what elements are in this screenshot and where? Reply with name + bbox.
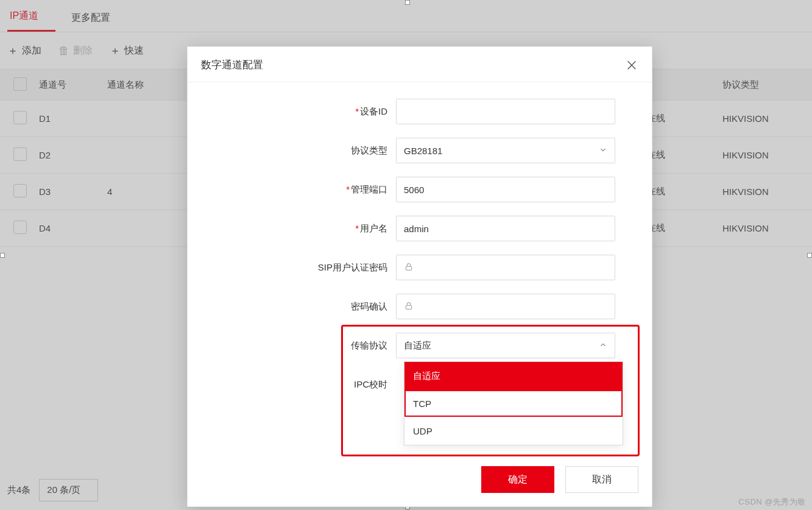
digital-channel-config-modal: 数字通道配置 *设备ID 协议类型 GB28181 *管理端口 5060 [187,46,652,507]
watermark: CSDN @先秀为敬 [738,497,806,508]
label-sip-password: SIP用户认证密码 [318,262,387,272]
sip-password-input[interactable] [396,255,615,280]
transport-option-udp[interactable]: UDP [404,417,623,445]
svg-rect-1 [406,305,411,309]
transport-select[interactable]: 自适应 [396,333,615,358]
username-input[interactable]: admin [396,216,615,241]
transport-option-tcp[interactable]: TCP [404,390,623,417]
svg-rect-0 [406,266,411,270]
label-username: 用户名 [360,223,387,233]
label-transport: 传输协议 [351,340,387,350]
modal-body: *设备ID 协议类型 GB28181 *管理端口 5060 *用户名 adm [188,82,652,455]
label-ipc-time: IPC校时 [354,379,387,389]
protocol-select[interactable]: GB28181 [396,138,615,163]
lock-icon [404,262,414,274]
port-input[interactable]: 5060 [396,177,615,202]
chevron-up-icon [599,341,607,351]
selection-handle [0,253,5,258]
modal-header: 数字通道配置 [188,47,652,82]
modal-footer: 确定 取消 [188,455,652,506]
ok-button[interactable]: 确定 [481,466,554,493]
label-password-confirm: 密码确认 [351,301,387,311]
transport-option-adaptive[interactable]: 自适应 [404,362,623,390]
password-confirm-input[interactable] [396,294,615,319]
label-port: 管理端口 [351,184,387,194]
cancel-button[interactable]: 取消 [565,466,638,493]
modal-title: 数字通道配置 [201,58,263,72]
transport-dropdown: 自适应 TCP UDP [404,361,623,445]
close-icon[interactable] [625,58,638,72]
device-id-input[interactable] [396,99,615,124]
lock-icon [404,301,414,313]
label-device-id: 设备ID [360,106,387,116]
selection-handle [807,253,812,258]
chevron-down-icon [599,146,607,156]
selection-handle [405,0,410,5]
label-protocol: 协议类型 [351,145,387,155]
